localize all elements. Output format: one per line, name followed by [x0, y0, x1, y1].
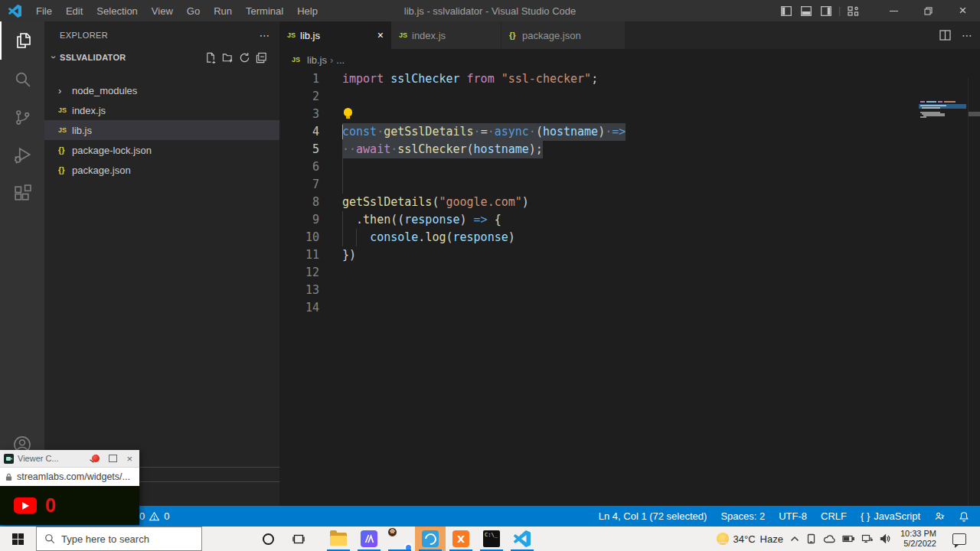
- code-line-4[interactable]: 4const·getSslDetails·=·async·(hostname)·…: [279, 123, 980, 141]
- viewer-close-button[interactable]: ×: [126, 453, 132, 465]
- code-line-12[interactable]: 12: [279, 264, 980, 282]
- network-icon[interactable]: [861, 534, 873, 543]
- taskbar-xampp[interactable]: X: [446, 527, 476, 551]
- new-file-icon[interactable]: [205, 52, 217, 64]
- toggle-secondary-sidebar-icon[interactable]: [816, 0, 836, 21]
- file-tree-item-lib.js[interactable]: JSlib.js: [44, 120, 279, 140]
- chrome-profile-avatar: [387, 527, 397, 537]
- taskbar-clock[interactable]: 10:33 PM 5/2/2022: [900, 529, 936, 549]
- taskbar-chrome[interactable]: [384, 527, 415, 551]
- code-line-10[interactable]: 10 console.log(response): [279, 229, 980, 246]
- search-icon[interactable]: [0, 60, 44, 98]
- viewer-maximize-button[interactable]: [109, 455, 117, 462]
- file-tree: ›node_modulesJSindex.jsJSlib.js{}package…: [44, 80, 279, 180]
- onedrive-cloud-icon[interactable]: [823, 535, 835, 543]
- breadcrumb[interactable]: JS lib.js › ...: [279, 49, 980, 70]
- tab-package.json[interactable]: {}package.json: [501, 21, 626, 49]
- explorer-more-actions-icon[interactable]: ⋯: [260, 29, 270, 41]
- youtube-icon: [14, 497, 37, 514]
- action-center-icon[interactable]: [952, 533, 966, 545]
- menu-run[interactable]: Run: [207, 5, 239, 17]
- code-line-1[interactable]: 1import sslChecker from "ssl-checker";: [279, 70, 980, 88]
- toggle-sidebar-icon[interactable]: [776, 0, 796, 21]
- menu-edit[interactable]: Edit: [59, 5, 90, 17]
- split-editor-icon[interactable]: [939, 30, 951, 41]
- tab-index.js[interactable]: JSindex.js: [391, 21, 501, 49]
- file-tree-item-index.js[interactable]: JSindex.js: [44, 100, 279, 120]
- battery-icon[interactable]: [842, 535, 854, 543]
- code-line-5[interactable]: 5··await·sslChecker(hostname);: [279, 141, 980, 158]
- minimap[interactable]: [919, 99, 966, 130]
- file-label: package-lock.json: [72, 145, 152, 156]
- weather-widget[interactable]: 34°C Haze: [717, 533, 783, 545]
- code-line-3[interactable]: 3: [279, 106, 980, 123]
- menu-view[interactable]: View: [145, 5, 180, 17]
- taskbar-gradient-app[interactable]: [354, 527, 384, 551]
- menu-selection[interactable]: Selection: [90, 5, 144, 17]
- collapse-folders-icon[interactable]: [256, 52, 267, 64]
- code-line-7[interactable]: 7: [279, 176, 980, 194]
- file-tree-item-package.json[interactable]: {}package.json: [44, 160, 279, 180]
- menu-go[interactable]: Go: [180, 5, 207, 17]
- toggle-panel-icon[interactable]: [796, 0, 816, 21]
- encoding[interactable]: UTF-8: [772, 510, 814, 522]
- workspace-section-header[interactable]: › SSLVALIDATOR: [44, 48, 279, 67]
- new-folder-icon[interactable]: [222, 52, 234, 64]
- lightbulb-icon[interactable]: [344, 108, 352, 116]
- editor-more-actions-icon[interactable]: ⋯: [962, 29, 972, 41]
- code-line-6[interactable]: 6: [279, 158, 980, 176]
- eol-sequence[interactable]: CRLF: [814, 510, 854, 522]
- minimize-button[interactable]: [877, 0, 911, 21]
- feedback-icon[interactable]: [927, 511, 952, 522]
- taskbar-vscode[interactable]: [507, 527, 537, 551]
- code-line-2[interactable]: 2: [279, 88, 980, 106]
- taskbar-search[interactable]: Type here to search: [36, 527, 202, 551]
- show-hidden-icons-chevron[interactable]: [790, 536, 799, 542]
- taskbar-streamlabs[interactable]: [415, 527, 446, 551]
- code-line-9[interactable]: 9 .then((response) => {: [279, 211, 980, 229]
- scrollbar-thumb[interactable]: [969, 112, 980, 116]
- code-line-13[interactable]: 13: [279, 282, 980, 299]
- breadcrumb-more[interactable]: ...: [336, 54, 345, 66]
- js-file-icon: JS: [292, 56, 304, 64]
- close-tab-icon[interactable]: ×: [377, 29, 384, 41]
- code-line-11[interactable]: 11}): [279, 246, 980, 264]
- taskbar-command-prompt[interactable]: C:\_: [476, 527, 507, 551]
- file-tree-item-node_modules[interactable]: ›node_modules: [44, 80, 279, 100]
- menu-file[interactable]: File: [29, 5, 59, 17]
- indentation[interactable]: Spaces: 2: [714, 510, 772, 522]
- extensions-icon[interactable]: [0, 174, 44, 213]
- code-line-14[interactable]: 14: [279, 299, 980, 317]
- menu-help[interactable]: Help: [290, 5, 325, 17]
- braces-icon: { }: [861, 510, 870, 522]
- file-tree-item-package-lock.json[interactable]: {}package-lock.json: [44, 140, 279, 160]
- phone-link-icon[interactable]: [806, 533, 816, 544]
- taskbar-file-explorer[interactable]: [323, 527, 354, 551]
- volume-icon[interactable]: [880, 534, 890, 543]
- run-debug-icon[interactable]: [0, 136, 44, 174]
- breadcrumb-file[interactable]: lib.js: [307, 54, 327, 66]
- tab-lib.js[interactable]: JSlib.js×: [279, 21, 391, 49]
- explorer-sidebar: EXPLORER ⋯ › SSLVALIDATOR ›node_modulesJ…: [44, 21, 279, 506]
- cortana-button[interactable]: [253, 533, 283, 545]
- weather-condition: Haze: [760, 533, 783, 545]
- customize-layout-icon[interactable]: [843, 0, 863, 21]
- explorer-icon[interactable]: [0, 21, 46, 60]
- cursor-position[interactable]: Ln 4, Col 1 (72 selected): [592, 510, 714, 522]
- source-control-icon[interactable]: [0, 98, 44, 136]
- restore-button[interactable]: [911, 0, 946, 21]
- menu-terminal[interactable]: Terminal: [239, 5, 290, 17]
- close-window-button[interactable]: ×: [946, 0, 980, 21]
- code-line-8[interactable]: 8getSslDetails("google.com"): [279, 194, 980, 211]
- task-view-button[interactable]: [283, 533, 314, 545]
- notifications-bell-icon[interactable]: [952, 511, 971, 522]
- refresh-icon[interactable]: [239, 52, 250, 64]
- activity-bar: [0, 21, 44, 506]
- viewer-address-bar[interactable]: streamlabs.com/widgets/...: [0, 467, 139, 486]
- line-number: 13: [279, 282, 319, 299]
- search-icon: [44, 533, 55, 544]
- file-label: index.js: [72, 105, 106, 116]
- language-mode[interactable]: { } JavaScript: [854, 510, 927, 522]
- viewer-window-titlebar[interactable]: Viewer C... ×: [0, 450, 139, 467]
- start-button[interactable]: [0, 527, 36, 551]
